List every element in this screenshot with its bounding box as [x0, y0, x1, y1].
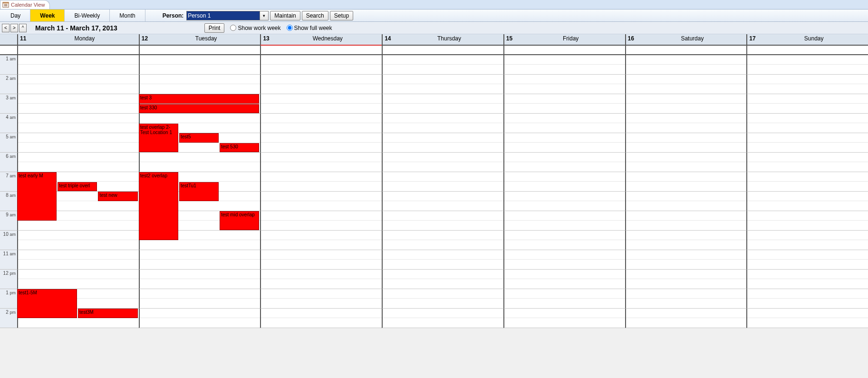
- day-header-sat[interactable]: 16Saturday: [625, 34, 747, 45]
- time-label: 1 am: [0, 55, 17, 75]
- view-tab-month[interactable]: Month: [110, 10, 145, 21]
- time-label: 8 am: [0, 192, 17, 211]
- view-tab-biweekly[interactable]: Bi-Weekly: [65, 10, 110, 21]
- time-label: 9 am: [0, 211, 17, 231]
- allday-row: [0, 46, 868, 55]
- full-week-radio-label: Show full week: [294, 25, 332, 31]
- nav-next-button[interactable]: >: [10, 24, 18, 32]
- day-header-wed[interactable]: 13Wednesday: [260, 34, 382, 45]
- view-tab-week[interactable]: Week: [30, 10, 65, 21]
- allday-cell-sat[interactable]: [625, 46, 747, 54]
- time-label: 4 am: [0, 114, 17, 133]
- time-label: 12 pm: [0, 270, 17, 289]
- calendar-grid: 11Monday 12Tuesday 13Wednesday 14Thursda…: [0, 34, 868, 328]
- time-gutter-header: [0, 34, 17, 45]
- person-input[interactable]: [186, 11, 260, 20]
- print-button[interactable]: Print: [204, 23, 225, 33]
- calendar-event[interactable]: test5: [179, 133, 219, 143]
- window-tab-bar: Calendar View: [0, 0, 868, 10]
- allday-cell-tue[interactable]: [139, 46, 260, 54]
- time-label: 11 am: [0, 250, 17, 270]
- main-toolbar: Day Week Bi-Weekly Month Person: ▾ Maint…: [0, 10, 868, 22]
- svg-rect-1: [3, 2, 9, 4]
- time-label: 2 pm: [0, 309, 17, 328]
- calendar-event[interactable]: testTu1: [179, 182, 219, 201]
- work-week-radio-label: Show work week: [238, 25, 280, 31]
- time-label: 1 pm: [0, 289, 17, 309]
- view-tab-day[interactable]: Day: [1, 10, 30, 21]
- calendar-event[interactable]: test new: [98, 192, 137, 201]
- full-week-radio-input[interactable]: [287, 25, 293, 31]
- allday-cell-sun[interactable]: [746, 46, 868, 54]
- window-tab-calendar[interactable]: Calendar View: [0, 0, 50, 9]
- window-tab-label: Calendar View: [11, 2, 45, 8]
- allday-cell-fri[interactable]: [503, 46, 625, 54]
- calendar-event[interactable]: test 3: [139, 94, 260, 104]
- work-week-radio-input[interactable]: [230, 25, 236, 31]
- full-week-radio[interactable]: Show full week: [287, 25, 332, 31]
- date-range-label: March 11 - March 17, 2013: [35, 24, 117, 32]
- sub-toolbar: < > ^ March 11 - March 17, 2013 Print Sh…: [0, 22, 868, 34]
- allday-cell-wed[interactable]: [260, 45, 382, 54]
- setup-button[interactable]: Setup: [330, 11, 353, 20]
- calendar-event[interactable]: test1-5M: [17, 289, 77, 318]
- form-icon: [2, 1, 9, 8]
- calendar-event[interactable]: test early M: [17, 172, 57, 221]
- nav-prev-button[interactable]: <: [2, 24, 10, 32]
- calendar-event[interactable]: test 330: [139, 104, 260, 114]
- calendar-event[interactable]: test overlap 2- Test Location 1: [139, 124, 178, 153]
- calendar-event[interactable]: test2 overlap: [139, 172, 178, 240]
- person-label: Person:: [160, 12, 187, 19]
- maintain-button[interactable]: Maintain: [270, 11, 300, 20]
- event-layer: test early Mtest triple overltest newtes…: [17, 55, 868, 328]
- time-label: 10 am: [0, 231, 17, 250]
- nav-up-button[interactable]: ^: [19, 24, 27, 32]
- person-combobox[interactable]: ▾: [186, 11, 269, 20]
- day-header-thu[interactable]: 14Thursday: [382, 34, 503, 45]
- person-dropdown-button[interactable]: ▾: [260, 11, 269, 20]
- calendar-event[interactable]: test mid overlap: [220, 211, 259, 230]
- calendar-event[interactable]: test 530: [220, 143, 259, 153]
- search-button[interactable]: Search: [302, 11, 328, 20]
- day-header-sun[interactable]: 17Sunday: [746, 34, 868, 45]
- work-week-radio[interactable]: Show work week: [230, 25, 280, 31]
- time-label: 6 am: [0, 153, 17, 172]
- time-label: 5 am: [0, 133, 17, 153]
- calendar-event[interactable]: test triple overl: [58, 182, 97, 192]
- allday-cell-mon[interactable]: [17, 46, 139, 54]
- time-label: 2 am: [0, 75, 17, 94]
- day-header-row: 11Monday 12Tuesday 13Wednesday 14Thursda…: [0, 34, 868, 46]
- chevron-down-icon: ▾: [263, 13, 265, 18]
- allday-gutter: [0, 46, 17, 54]
- day-header-fri[interactable]: 15Friday: [503, 34, 625, 45]
- day-header-tue[interactable]: 12Tuesday: [139, 34, 260, 45]
- time-label: 7 am: [0, 172, 17, 192]
- day-header-mon[interactable]: 11Monday: [17, 34, 139, 45]
- calendar-event[interactable]: test3M: [78, 309, 138, 318]
- view-tabs: Day Week Bi-Weekly Month: [1, 10, 145, 21]
- time-label: 3 am: [0, 94, 17, 114]
- allday-cell-thu[interactable]: [382, 46, 503, 54]
